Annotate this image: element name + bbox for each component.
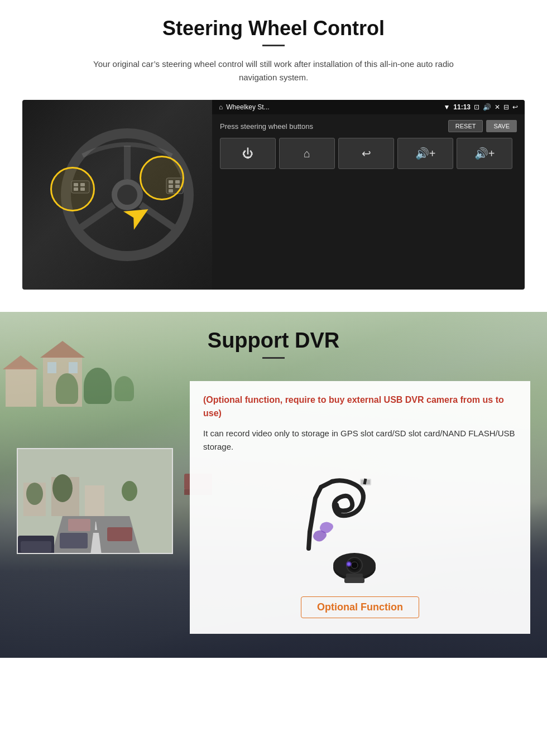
svg-rect-20: [85, 485, 104, 516]
svg-rect-40: [344, 577, 364, 583]
wheelkey-instruction: Press steering wheel buttons: [220, 122, 313, 131]
save-button[interactable]: SAVE: [486, 120, 517, 132]
svg-rect-27: [60, 533, 88, 548]
steering-image-container: ➤ ⌂ Wheelkey St... ▼ 11:13 ⊡ 🔊 ✕ ⊟ ↩ Pre…: [22, 100, 525, 290]
dvr-thumbnail-inner: [18, 449, 172, 553]
steering-wheel-section: Steering Wheel Control Your original car…: [0, 0, 547, 312]
dvr-camera-image: [203, 465, 517, 588]
wk-cell-home[interactable]: ⌂: [279, 138, 335, 169]
svg-line-43: [364, 479, 366, 484]
dvr-camera-svg: [282, 470, 438, 588]
dvr-thumbnail-scene: [18, 449, 173, 554]
app-name-label: Wheelkey St...: [226, 103, 440, 111]
svg-point-36: [351, 562, 358, 569]
close-icon: ✕: [495, 103, 500, 111]
svg-point-21: [26, 483, 43, 505]
wk-cell-vol-down[interactable]: 🔊+: [457, 138, 512, 169]
wheelkey-grid: ⏻ ⌂ ↩ 🔊+ 🔊+: [220, 138, 517, 169]
back-icon: ↩: [512, 103, 518, 111]
android-statusbar: ⌂ Wheelkey St... ▼ 11:13 ⊡ 🔊 ✕ ⊟ ↩: [212, 100, 525, 114]
dvr-optional-note: (Optional function, require to buy exter…: [203, 393, 517, 420]
svg-point-38: [347, 562, 351, 566]
optional-function-badge: Optional Function: [301, 596, 419, 618]
dvr-info-card: (Optional function, require to buy exter…: [190, 381, 530, 634]
title-divider-1: [262, 45, 285, 46]
dvr-description: It can record video only to storage in G…: [203, 427, 517, 454]
wk-cell-power[interactable]: ⏻: [220, 138, 276, 169]
fullscreen-icon: ⊟: [503, 103, 509, 111]
android-screen: ⌂ Wheelkey St... ▼ 11:13 ⊡ 🔊 ✕ ⊟ ↩ Press…: [212, 100, 525, 290]
steering-subtitle: Your original car’s steering wheel contr…: [78, 57, 469, 84]
optional-function-wrap: Optional Function: [203, 596, 517, 618]
svg-line-3: [80, 205, 114, 228]
svg-rect-39: [346, 574, 363, 578]
dvr-section: Support DVR: [0, 312, 547, 658]
dvr-content-row: (Optional function, require to buy exter…: [0, 370, 547, 645]
dvr-title: Support DVR: [0, 312, 547, 353]
wheelkey-content: Press steering wheel buttons RESET SAVE …: [212, 114, 525, 175]
steering-title: Steering Wheel Control: [22, 17, 525, 40]
home-icon: ⌂: [219, 103, 223, 111]
highlight-circle-left: [50, 167, 95, 211]
wifi-icon: ▼: [443, 103, 450, 111]
volume-icon: 🔊: [483, 103, 491, 111]
highlight-circle-right: [140, 156, 184, 200]
reset-button[interactable]: RESET: [448, 120, 483, 132]
dvr-thumbnail: [17, 448, 173, 554]
svg-rect-29: [68, 519, 90, 531]
camera-icon: ⊡: [474, 103, 479, 111]
svg-rect-28: [107, 527, 132, 541]
wheelkey-action-buttons[interactable]: RESET SAVE: [448, 120, 517, 132]
wheelkey-header: Press steering wheel buttons RESET SAVE: [220, 120, 517, 132]
svg-rect-31: [21, 541, 51, 552]
status-time: 11:13: [453, 103, 471, 111]
svg-point-23: [122, 481, 137, 501]
wk-cell-back[interactable]: ↩: [338, 138, 394, 169]
steering-photo: ➤: [22, 100, 232, 290]
wk-cell-vol-up[interactable]: 🔊+: [397, 138, 453, 169]
dvr-title-divider: [262, 357, 285, 359]
svg-point-22: [52, 474, 73, 502]
